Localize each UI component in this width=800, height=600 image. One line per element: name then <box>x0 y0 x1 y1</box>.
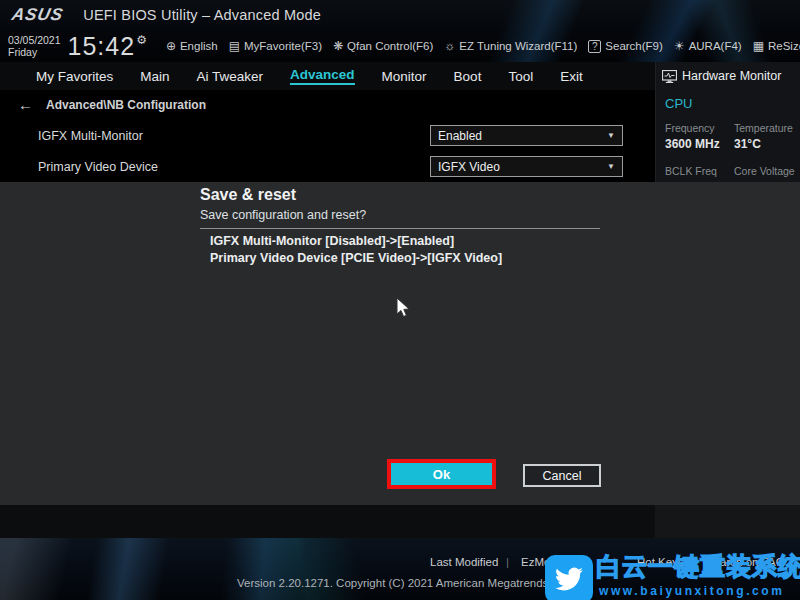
watermark-text: 白云一键重装系统 <box>596 550 800 583</box>
chevron-down-icon: ▼ <box>607 131 615 140</box>
watermark-url: www.baiyunxitong.com <box>599 584 785 598</box>
favorite-list-icon: ▤ <box>229 39 240 53</box>
aura-sun-icon: ☀ <box>674 39 685 53</box>
bios-screen: ASUS UEFI BIOS Utility – Advanced Mode 0… <box>0 0 800 600</box>
resize-bar-button[interactable]: ▦ ReSize BAR <box>753 39 800 53</box>
frequency-readout: Frequency 3600 MHz <box>665 122 720 151</box>
tab-exit[interactable]: Exit <box>560 69 583 85</box>
search-button[interactable]: ? Search(F9) <box>588 40 663 53</box>
setting-label-primary-video-device: Primary Video Device <box>38 160 158 174</box>
bios-version-text: Version 2.20.1271. Copyright (C) 2021 Am… <box>237 577 573 589</box>
search-question-icon: ? <box>588 40 601 53</box>
cpu-section-label: CPU <box>665 96 692 111</box>
temperature-readout: Temperature 31°C <box>734 122 793 151</box>
red-highlight-annotation: Ok <box>387 459 496 489</box>
tab-ai-tweaker[interactable]: Ai Tweaker <box>197 69 264 85</box>
globe-icon: ⊕ <box>166 39 176 53</box>
save-reset-dialog: Save & reset Save configuration and rese… <box>0 182 800 505</box>
aura-label: AURA(F4) <box>689 40 742 52</box>
language-selector[interactable]: ⊕ English <box>166 39 218 53</box>
ez-tuning-wizard-button[interactable]: ☼ EZ Tuning Wizard(F11) <box>444 39 577 53</box>
breadcrumb[interactable]: ← Advanced\NB Configuration <box>18 96 206 113</box>
my-favorite-label: MyFavorite(F3) <box>244 40 322 52</box>
lower-right-strip <box>655 505 800 538</box>
monitor-icon <box>662 70 677 83</box>
tab-monitor[interactable]: Monitor <box>382 69 427 85</box>
clock-settings-gear-icon[interactable]: ⚙ <box>136 33 147 47</box>
cancel-button[interactable]: Cancel <box>523 464 601 487</box>
tab-main[interactable]: Main <box>140 69 169 85</box>
tab-boot[interactable]: Boot <box>454 69 482 85</box>
core-voltage-readout: Core Voltage <box>734 165 795 180</box>
fan-icon: ❋ <box>333 39 343 53</box>
dialog-change-item: Primary Video Device [PCIE Video]->[IGFX… <box>210 251 502 265</box>
dialog-change-item: IGFX Multi-Monitor [Disabled]->[Enabled] <box>210 234 454 248</box>
day-value: Friday <box>8 46 61 58</box>
tab-advanced[interactable]: Advanced <box>290 67 355 85</box>
hardware-monitor-header: Hardware Monitor <box>656 62 800 83</box>
dialog-divider <box>200 228 600 229</box>
my-favorite-button[interactable]: ▤ MyFavorite(F3) <box>229 39 322 53</box>
qfan-label: Qfan Control(F6) <box>347 40 433 52</box>
search-label: Search(F9) <box>605 40 663 52</box>
date-display: 03/05/2021 Friday <box>8 34 61 58</box>
primary-video-device-value: IGFX Video <box>438 160 500 174</box>
main-menu-bar: My Favorites Main Ai Tweaker Advanced Mo… <box>0 62 655 90</box>
resize-bar-label: ReSize BAR <box>768 40 800 52</box>
last-modified-button[interactable]: Last Modified <box>430 556 498 568</box>
title-bar: ASUS UEFI BIOS Utility – Advanced Mode <box>0 0 800 30</box>
igfx-multi-monitor-value: Enabled <box>438 129 482 143</box>
clock-display: 15:42 <box>68 32 136 61</box>
footer-divider: | <box>506 556 509 568</box>
tab-my-favorites[interactable]: My Favorites <box>36 69 113 85</box>
date-value: 03/05/2021 <box>8 34 61 46</box>
tab-tool[interactable]: Tool <box>508 69 533 85</box>
primary-video-device-select[interactable]: IGFX Video ▼ <box>430 156 623 177</box>
asus-logo: ASUS <box>10 5 65 25</box>
dialog-question: Save configuration and reset? <box>200 208 366 222</box>
chevron-down-icon: ▼ <box>607 162 615 171</box>
breadcrumb-path: Advanced\NB Configuration <box>46 98 206 112</box>
bclk-freq-readout: BCLK Freq <box>665 165 717 180</box>
mouse-cursor <box>396 297 412 319</box>
language-label: English <box>180 40 218 52</box>
twitter-bird-icon <box>545 555 593 600</box>
hardware-monitor-title: Hardware Monitor <box>682 69 781 83</box>
ok-button[interactable]: Ok <box>391 463 492 485</box>
back-arrow-icon[interactable]: ← <box>18 96 33 113</box>
dialog-title: Save & reset <box>200 186 296 204</box>
lightbulb-icon: ☼ <box>444 39 455 53</box>
resize-bar-icon: ▦ <box>753 39 764 53</box>
ez-tuning-label: EZ Tuning Wizard(F11) <box>459 40 577 52</box>
page-title: UEFI BIOS Utility – Advanced Mode <box>83 7 321 23</box>
aura-button[interactable]: ☀ AURA(F4) <box>674 39 742 53</box>
setting-label-igfx-multi-monitor: IGFX Multi-Monitor <box>38 129 143 143</box>
top-toolbar: 03/05/2021 Friday 15:42 ⚙ ⊕ English ▤ My… <box>0 30 800 62</box>
igfx-multi-monitor-select[interactable]: Enabled ▼ <box>430 125 623 146</box>
qfan-control-button[interactable]: ❋ Qfan Control(F6) <box>333 39 433 53</box>
